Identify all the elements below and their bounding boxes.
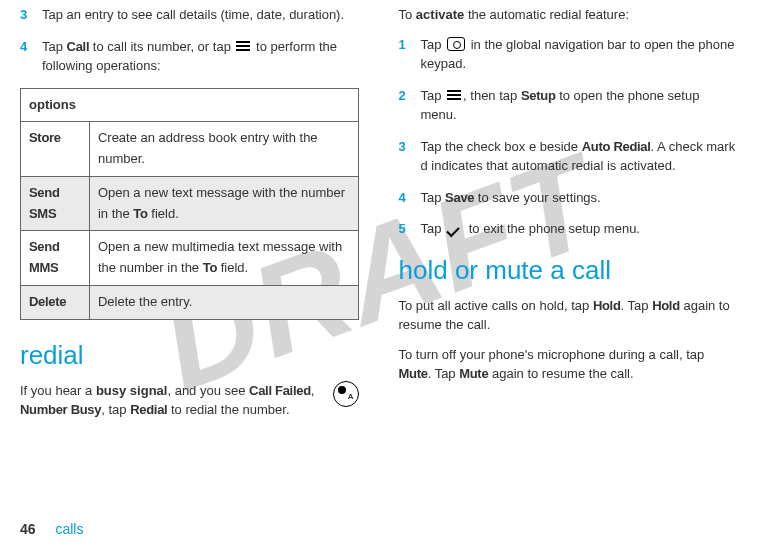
option-desc: Open a new text message with the number … [89, 176, 358, 231]
text: again to resume the call. [488, 366, 633, 381]
text: to call its number, or tap [89, 39, 234, 54]
call-failed: Call Failed [249, 383, 311, 398]
mute-paragraph: To turn off your phone's microphone duri… [399, 345, 738, 384]
step-3: 3 Tap an entry to see call details (time… [20, 5, 359, 25]
redial-label: Redial [130, 402, 167, 417]
activate-intro: To activate the automatic redial feature… [399, 5, 738, 25]
text: Tap [421, 190, 446, 205]
option-desc: Open a new multimedia text message with … [89, 231, 358, 286]
menu-icon [447, 90, 461, 100]
text: , tap [101, 402, 130, 417]
section-label: calls [55, 521, 83, 537]
step-number: 4 [20, 37, 32, 76]
to-field: To [133, 206, 147, 221]
step-text: Tap to exit the phone setup menu. [421, 219, 738, 239]
step-text: Tap Call to call its number, or tap to p… [42, 37, 359, 76]
option-name: Send SMS [21, 176, 90, 231]
text: . Tap [621, 298, 653, 313]
to-field: To [203, 260, 217, 275]
number-busy: Number Busy [20, 402, 101, 417]
text: field. [148, 206, 179, 221]
text: to exit the phone setup menu. [465, 221, 640, 236]
step-5: 5 Tap to exit the phone setup menu. [399, 219, 738, 239]
step-1: 1 Tap in the global navigation bar to op… [399, 35, 738, 74]
table-row: Store Create an address book entry with … [21, 122, 359, 177]
text: To put all active calls on hold, tap [399, 298, 593, 313]
step-number: 3 [399, 137, 411, 176]
mute-label: Mute [459, 366, 488, 381]
table-row: Send MMS Open a new multimedia text mess… [21, 231, 359, 286]
save-label: Save [445, 190, 474, 205]
hold-paragraph: To put all active calls on hold, tap Hol… [399, 296, 738, 335]
step-number: 4 [399, 188, 411, 208]
activate-word: activate [416, 7, 464, 22]
page-number: 46 [20, 521, 36, 537]
auto-redial-icon [333, 381, 359, 413]
ok-check-icon [447, 225, 463, 235]
option-name: Delete [21, 286, 90, 320]
step-number: 2 [399, 86, 411, 125]
hold-mute-heading: hold or mute a call [399, 251, 738, 290]
auto-redial-label: Auto Redial [582, 139, 651, 154]
redial-paragraph: If you hear a busy signal, and you see C… [20, 381, 359, 420]
step-4b: 4 Tap Save to save your settings. [399, 188, 738, 208]
text: , [311, 383, 315, 398]
text: . Tap [428, 366, 460, 381]
page-footer: 46 calls [20, 519, 83, 540]
table-row: Send SMS Open a new text message with th… [21, 176, 359, 231]
text: Tap [421, 221, 446, 236]
step-text: Tap an entry to see call details (time, … [42, 5, 359, 25]
text: Tap [42, 39, 67, 54]
text: Tap [421, 37, 446, 52]
text: , then tap [463, 88, 521, 103]
option-desc: Delete the entry. [89, 286, 358, 320]
step-4: 4 Tap Call to call its number, or tap to… [20, 37, 359, 76]
content-columns: 3 Tap an entry to see call details (time… [20, 0, 737, 430]
option-name: Store [21, 122, 90, 177]
step-number: 1 [399, 35, 411, 74]
text: to redial the number. [167, 402, 289, 417]
text: Tap [421, 88, 446, 103]
setup-label: Setup [521, 88, 556, 103]
step-number: 5 [399, 219, 411, 239]
options-table: options Store Create an address book ent… [20, 88, 359, 320]
table-header-row: options [21, 88, 359, 122]
text: in the global navigation bar to open the… [421, 37, 735, 72]
text: To turn off your phone's microphone duri… [399, 347, 705, 362]
hold-label: Hold [593, 298, 621, 313]
phone-nav-icon [447, 37, 465, 51]
step-text: Tap the check box e beside Auto Redial. … [421, 137, 738, 176]
step-text: Tap , then tap Setup to open the phone s… [421, 86, 738, 125]
mute-label: Mute [399, 366, 428, 381]
left-column: 3 Tap an entry to see call details (time… [20, 5, 359, 430]
text: field. [217, 260, 248, 275]
text: to save your settings. [474, 190, 600, 205]
menu-icon [236, 41, 250, 51]
step-text: Tap in the global navigation bar to open… [421, 35, 738, 74]
step-text: Tap Save to save your settings. [421, 188, 738, 208]
text: the automatic redial feature: [464, 7, 629, 22]
table-row: Delete Delete the entry. [21, 286, 359, 320]
call-label: Call [67, 39, 90, 54]
text: Tap the check box e beside [421, 139, 582, 154]
busy-signal: busy signal [96, 383, 168, 398]
text: If you hear a [20, 383, 96, 398]
step-2: 2 Tap , then tap Setup to open the phone… [399, 86, 738, 125]
options-header: options [21, 88, 359, 122]
text: To [399, 7, 416, 22]
hold-label: Hold [652, 298, 680, 313]
text: , and you see [167, 383, 249, 398]
option-desc: Create an address book entry with the nu… [89, 122, 358, 177]
redial-heading: redial [20, 336, 359, 375]
step-number: 3 [20, 5, 32, 25]
step-3b: 3 Tap the check box e beside Auto Redial… [399, 137, 738, 176]
option-name: Send MMS [21, 231, 90, 286]
right-column: To activate the automatic redial feature… [399, 5, 738, 430]
